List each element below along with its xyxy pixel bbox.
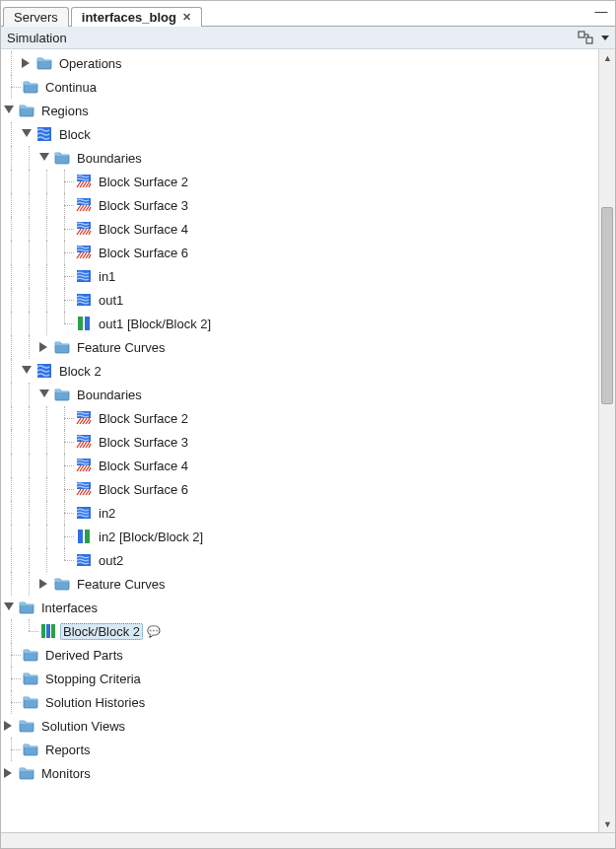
tree-node-boundary[interactable]: Block Surface 2 bbox=[3, 170, 598, 193]
comment-indicator-icon[interactable]: 💬 bbox=[147, 625, 161, 638]
folder-icon bbox=[23, 79, 38, 95]
folder-icon bbox=[54, 387, 70, 402]
simulation-tree[interactable]: Operations Continua Regions Block bbox=[1, 49, 598, 832]
node-label: Block Surface 4 bbox=[96, 458, 191, 474]
minimize-button[interactable]: — bbox=[593, 4, 609, 19]
node-label: Block bbox=[56, 126, 94, 143]
tree-node-boundary[interactable]: Block Surface 4 bbox=[3, 217, 598, 241]
flow-boundary-icon bbox=[76, 292, 92, 308]
tree-node-region-block[interactable]: Block bbox=[3, 122, 598, 146]
expand-toggle[interactable] bbox=[3, 767, 15, 779]
tree-node-reports[interactable]: Reports bbox=[3, 738, 598, 761]
flow-boundary-icon bbox=[76, 552, 92, 568]
tree-node-boundaries[interactable]: Boundaries bbox=[3, 383, 598, 406]
tree-node-operations[interactable]: Operations bbox=[3, 51, 598, 75]
wall-boundary-icon bbox=[76, 174, 92, 189]
node-label: Monitors bbox=[38, 765, 94, 782]
tree-node-boundary[interactable]: Block Surface 2 bbox=[3, 406, 598, 430]
tree-node-stopping-criteria[interactable]: Stopping Criteria bbox=[3, 667, 598, 690]
node-label: out1 bbox=[96, 292, 126, 309]
tree-node-boundary[interactable]: out1 bbox=[3, 288, 598, 312]
vertical-scrollbar[interactable]: ▲ ▼ bbox=[598, 49, 615, 832]
node-label: Block 2 bbox=[56, 363, 104, 380]
node-label: Boundaries bbox=[74, 150, 145, 167]
folder-icon bbox=[19, 600, 34, 615]
tab-servers[interactable]: Servers bbox=[3, 7, 69, 27]
tab-strip: Servers interfaces_blog ✕ — bbox=[1, 1, 615, 27]
expand-toggle[interactable] bbox=[21, 57, 33, 69]
node-label: in2 [Block/Block 2] bbox=[96, 529, 206, 545]
tree-node-continua[interactable]: Continua bbox=[3, 75, 598, 99]
simulation-panel: Servers interfaces_blog ✕ — Simulation O… bbox=[0, 0, 616, 849]
expand-toggle[interactable] bbox=[3, 720, 15, 732]
tree-node-interface-boundary[interactable]: in2 [Block/Block 2] bbox=[3, 525, 598, 548]
tree-node-derived-parts[interactable]: Derived Parts bbox=[3, 643, 598, 667]
scroll-down-arrow[interactable]: ▼ bbox=[599, 815, 615, 832]
flow-boundary-icon bbox=[76, 268, 92, 284]
expand-toggle[interactable] bbox=[38, 578, 50, 590]
expand-toggle[interactable] bbox=[38, 341, 50, 353]
expand-toggle[interactable] bbox=[3, 601, 15, 613]
close-icon[interactable]: ✕ bbox=[182, 11, 191, 24]
node-label: in1 bbox=[96, 268, 118, 285]
tree-node-boundary[interactable]: out2 bbox=[3, 548, 598, 572]
tree-node-boundary[interactable]: Block Surface 4 bbox=[3, 454, 598, 477]
tree-node-boundary[interactable]: Block Surface 3 bbox=[3, 193, 598, 217]
node-label: Solution Views bbox=[38, 718, 128, 735]
section-title: Simulation bbox=[7, 31, 67, 45]
tree-viewport: Operations Continua Regions Block bbox=[1, 49, 615, 832]
node-label: Interfaces bbox=[38, 600, 101, 616]
node-label: out2 bbox=[96, 552, 126, 569]
node-label: Reports bbox=[42, 742, 94, 758]
tab-label: Servers bbox=[14, 10, 58, 25]
tree-node-region-block2[interactable]: Block 2 bbox=[3, 359, 598, 383]
tree-node-feature-curves[interactable]: Feature Curves bbox=[3, 335, 598, 359]
expand-toggle[interactable] bbox=[38, 152, 50, 164]
node-label: Operations bbox=[56, 55, 125, 72]
tab-interfaces-blog[interactable]: interfaces_blog ✕ bbox=[71, 7, 202, 27]
folder-icon bbox=[19, 103, 34, 118]
tree-node-solution-views[interactable]: Solution Views bbox=[3, 714, 598, 738]
tree-node-feature-curves[interactable]: Feature Curves bbox=[3, 572, 598, 596]
wall-boundary-icon bbox=[76, 458, 92, 473]
expand-toggle[interactable] bbox=[3, 105, 15, 116]
node-label: Block Surface 4 bbox=[96, 221, 191, 238]
node-label: Feature Curves bbox=[74, 339, 169, 356]
tree-node-interface-boundary[interactable]: out1 [Block/Block 2] bbox=[3, 312, 598, 335]
node-label: Block Surface 3 bbox=[96, 434, 191, 451]
folder-icon bbox=[19, 765, 34, 781]
node-label: Block Surface 2 bbox=[96, 174, 191, 190]
tree-node-regions[interactable]: Regions bbox=[3, 99, 598, 122]
folder-icon bbox=[23, 742, 38, 757]
tree-node-boundary[interactable]: in2 bbox=[3, 501, 598, 525]
expand-toggle[interactable] bbox=[21, 128, 33, 140]
expand-toggle[interactable] bbox=[21, 365, 33, 377]
node-label: Feature Curves bbox=[74, 576, 169, 593]
tab-label: interfaces_blog bbox=[82, 10, 176, 25]
scroll-thumb[interactable] bbox=[601, 207, 613, 404]
tree-node-boundary[interactable]: in1 bbox=[3, 264, 598, 288]
link-sources-icon[interactable] bbox=[578, 30, 593, 45]
wall-boundary-icon bbox=[76, 410, 92, 426]
scroll-up-arrow[interactable]: ▲ bbox=[599, 49, 615, 66]
folder-icon bbox=[23, 694, 38, 710]
folder-icon bbox=[54, 576, 70, 592]
node-label: Derived Parts bbox=[42, 647, 126, 664]
tree-node-monitors[interactable]: Monitors bbox=[3, 761, 598, 785]
tree-node-boundary[interactable]: Block Surface 3 bbox=[3, 430, 598, 454]
node-label: Regions bbox=[38, 103, 92, 119]
tree-node-solution-histories[interactable]: Solution Histories bbox=[3, 690, 598, 714]
node-label: Block Surface 2 bbox=[96, 410, 191, 427]
node-label: Block/Block 2 bbox=[60, 623, 143, 640]
tree-node-interfaces[interactable]: Interfaces bbox=[3, 596, 598, 619]
expand-toggle[interactable] bbox=[38, 389, 50, 400]
view-menu-dropdown[interactable] bbox=[601, 35, 609, 40]
folder-icon bbox=[19, 718, 34, 734]
tree-node-boundary[interactable]: Block Surface 6 bbox=[3, 241, 598, 264]
flow-boundary-icon bbox=[76, 505, 92, 521]
folder-icon bbox=[23, 671, 38, 686]
node-label: Stopping Criteria bbox=[42, 671, 144, 687]
tree-node-interface-item[interactable]: Block/Block 2 💬 bbox=[3, 619, 598, 643]
tree-node-boundaries[interactable]: Boundaries bbox=[3, 146, 598, 170]
tree-node-boundary[interactable]: Block Surface 6 bbox=[3, 477, 598, 501]
